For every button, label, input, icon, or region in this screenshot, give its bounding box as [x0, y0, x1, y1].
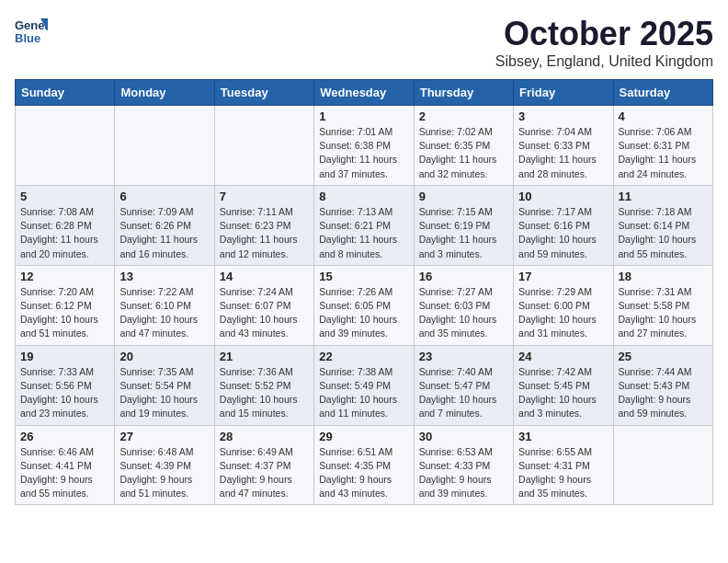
day-info: Sunrise: 7:09 AMSunset: 6:26 PMDaylight:… — [119, 205, 209, 261]
day-number: 27 — [119, 430, 209, 443]
day-number: 26 — [20, 430, 109, 443]
day-info: Sunrise: 7:38 AMSunset: 5:49 PMDaylight:… — [319, 365, 408, 421]
day-number: 31 — [518, 430, 608, 443]
page-header: General Blue October 2025 Sibsey, Englan… — [15, 15, 713, 70]
calendar-cell: 2Sunrise: 7:02 AMSunset: 6:35 PMDaylight… — [414, 106, 513, 186]
calendar-cell: 27Sunrise: 6:48 AMSunset: 4:39 PMDayligh… — [115, 425, 214, 505]
day-info: Sunrise: 7:42 AMSunset: 5:45 PMDaylight:… — [518, 365, 608, 421]
calendar-cell — [214, 106, 313, 186]
day-info: Sunrise: 7:33 AMSunset: 5:56 PMDaylight:… — [20, 365, 109, 421]
day-info: Sunrise: 7:02 AMSunset: 6:35 PMDaylight:… — [419, 125, 508, 181]
calendar-cell: 16Sunrise: 7:27 AMSunset: 6:03 PMDayligh… — [414, 265, 513, 345]
calendar-cell: 3Sunrise: 7:04 AMSunset: 6:33 PMDaylight… — [514, 106, 613, 186]
calendar-cell: 8Sunrise: 7:13 AMSunset: 6:21 PMDaylight… — [314, 185, 414, 265]
day-header-wednesday: Wednesday — [314, 80, 414, 106]
week-row-3: 12Sunrise: 7:20 AMSunset: 6:12 PMDayligh… — [16, 265, 713, 345]
day-number: 15 — [319, 270, 408, 283]
week-row-5: 26Sunrise: 6:46 AMSunset: 4:41 PMDayligh… — [16, 425, 713, 505]
header-row: SundayMondayTuesdayWednesdayThursdayFrid… — [16, 80, 713, 106]
calendar-cell: 19Sunrise: 7:33 AMSunset: 5:56 PMDayligh… — [16, 345, 115, 425]
calendar-cell: 13Sunrise: 7:22 AMSunset: 6:10 PMDayligh… — [115, 265, 214, 345]
calendar-cell: 20Sunrise: 7:35 AMSunset: 5:54 PMDayligh… — [115, 345, 214, 425]
week-row-4: 19Sunrise: 7:33 AMSunset: 5:56 PMDayligh… — [16, 345, 713, 425]
day-info: Sunrise: 6:55 AMSunset: 4:31 PMDaylight:… — [518, 445, 608, 501]
day-number: 24 — [518, 350, 608, 363]
day-number: 8 — [319, 190, 408, 203]
calendar-cell: 6Sunrise: 7:09 AMSunset: 6:26 PMDaylight… — [115, 185, 214, 265]
day-header-friday: Friday — [514, 80, 613, 106]
day-number: 21 — [220, 350, 309, 363]
calendar-cell: 9Sunrise: 7:15 AMSunset: 6:19 PMDaylight… — [414, 185, 513, 265]
calendar-cell — [16, 106, 115, 186]
day-info: Sunrise: 7:08 AMSunset: 6:28 PMDaylight:… — [20, 205, 109, 261]
day-number: 17 — [518, 270, 608, 283]
calendar-cell: 26Sunrise: 6:46 AMSunset: 4:41 PMDayligh… — [16, 425, 115, 505]
day-info: Sunrise: 7:36 AMSunset: 5:52 PMDaylight:… — [220, 365, 309, 421]
day-header-monday: Monday — [115, 80, 214, 106]
day-info: Sunrise: 7:24 AMSunset: 6:07 PMDaylight:… — [220, 285, 309, 341]
calendar-cell: 7Sunrise: 7:11 AMSunset: 6:23 PMDaylight… — [214, 185, 313, 265]
month-title: October 2025 — [495, 15, 713, 53]
calendar-cell: 17Sunrise: 7:29 AMSunset: 6:00 PMDayligh… — [514, 265, 613, 345]
calendar-cell: 18Sunrise: 7:31 AMSunset: 5:58 PMDayligh… — [613, 265, 712, 345]
day-info: Sunrise: 7:13 AMSunset: 6:21 PMDaylight:… — [319, 205, 408, 261]
day-header-sunday: Sunday — [16, 80, 115, 106]
calendar-cell: 12Sunrise: 7:20 AMSunset: 6:12 PMDayligh… — [16, 265, 115, 345]
day-number: 6 — [119, 190, 209, 203]
day-info: Sunrise: 6:49 AMSunset: 4:37 PMDaylight:… — [220, 445, 309, 501]
day-number: 30 — [419, 430, 508, 443]
day-info: Sunrise: 7:27 AMSunset: 6:03 PMDaylight:… — [419, 285, 508, 341]
day-info: Sunrise: 7:04 AMSunset: 6:33 PMDaylight:… — [518, 125, 608, 181]
calendar-cell: 28Sunrise: 6:49 AMSunset: 4:37 PMDayligh… — [214, 425, 313, 505]
day-info: Sunrise: 6:46 AMSunset: 4:41 PMDaylight:… — [20, 445, 109, 501]
day-info: Sunrise: 7:01 AMSunset: 6:38 PMDaylight:… — [319, 125, 408, 181]
calendar-cell: 29Sunrise: 6:51 AMSunset: 4:35 PMDayligh… — [314, 425, 414, 505]
day-info: Sunrise: 7:31 AMSunset: 5:58 PMDaylight:… — [619, 285, 708, 341]
calendar-cell: 24Sunrise: 7:42 AMSunset: 5:45 PMDayligh… — [514, 345, 613, 425]
week-row-1: 1Sunrise: 7:01 AMSunset: 6:38 PMDaylight… — [16, 106, 713, 186]
day-number: 18 — [619, 270, 708, 283]
day-number: 25 — [619, 350, 708, 363]
calendar-cell: 25Sunrise: 7:44 AMSunset: 5:43 PMDayligh… — [613, 345, 712, 425]
calendar-cell: 23Sunrise: 7:40 AMSunset: 5:47 PMDayligh… — [414, 345, 513, 425]
calendar-cell: 10Sunrise: 7:17 AMSunset: 6:16 PMDayligh… — [514, 185, 613, 265]
day-info: Sunrise: 6:53 AMSunset: 4:33 PMDaylight:… — [419, 445, 508, 501]
day-info: Sunrise: 7:06 AMSunset: 6:31 PMDaylight:… — [619, 125, 708, 181]
day-info: Sunrise: 7:22 AMSunset: 6:10 PMDaylight:… — [119, 285, 209, 341]
day-number: 9 — [419, 190, 508, 203]
calendar-cell: 5Sunrise: 7:08 AMSunset: 6:28 PMDaylight… — [16, 185, 115, 265]
day-info: Sunrise: 7:44 AMSunset: 5:43 PMDaylight:… — [619, 365, 708, 421]
day-info: Sunrise: 6:48 AMSunset: 4:39 PMDaylight:… — [119, 445, 209, 501]
calendar-cell: 14Sunrise: 7:24 AMSunset: 6:07 PMDayligh… — [214, 265, 313, 345]
day-number: 11 — [619, 190, 708, 203]
week-row-2: 5Sunrise: 7:08 AMSunset: 6:28 PMDaylight… — [16, 185, 713, 265]
calendar-cell — [115, 106, 214, 186]
location: Sibsey, England, United Kingdom — [495, 53, 713, 70]
day-number: 29 — [319, 430, 408, 443]
day-number: 5 — [20, 190, 109, 203]
calendar-cell: 1Sunrise: 7:01 AMSunset: 6:38 PMDaylight… — [314, 106, 414, 186]
day-header-tuesday: Tuesday — [214, 80, 313, 106]
day-number: 12 — [20, 270, 109, 283]
logo-icon: General Blue — [15, 15, 48, 48]
day-number: 10 — [518, 190, 608, 203]
calendar-cell — [613, 425, 712, 505]
day-info: Sunrise: 7:29 AMSunset: 6:00 PMDaylight:… — [518, 285, 608, 341]
calendar-cell: 11Sunrise: 7:18 AMSunset: 6:14 PMDayligh… — [613, 185, 712, 265]
day-number: 28 — [220, 430, 309, 443]
title-block: October 2025 Sibsey, England, United Kin… — [495, 15, 713, 70]
day-number: 22 — [319, 350, 408, 363]
day-header-saturday: Saturday — [613, 80, 712, 106]
day-number: 14 — [220, 270, 309, 283]
day-info: Sunrise: 7:18 AMSunset: 6:14 PMDaylight:… — [619, 205, 708, 261]
day-number: 2 — [419, 109, 508, 123]
logo: General Blue — [15, 15, 48, 48]
calendar-cell: 4Sunrise: 7:06 AMSunset: 6:31 PMDaylight… — [613, 106, 712, 186]
day-number: 16 — [419, 270, 508, 283]
calendar-cell: 31Sunrise: 6:55 AMSunset: 4:31 PMDayligh… — [514, 425, 613, 505]
day-number: 13 — [119, 270, 209, 283]
day-info: Sunrise: 7:17 AMSunset: 6:16 PMDaylight:… — [518, 205, 608, 261]
day-number: 19 — [20, 350, 109, 363]
calendar-cell: 15Sunrise: 7:26 AMSunset: 6:05 PMDayligh… — [314, 265, 414, 345]
day-header-thursday: Thursday — [414, 80, 513, 106]
